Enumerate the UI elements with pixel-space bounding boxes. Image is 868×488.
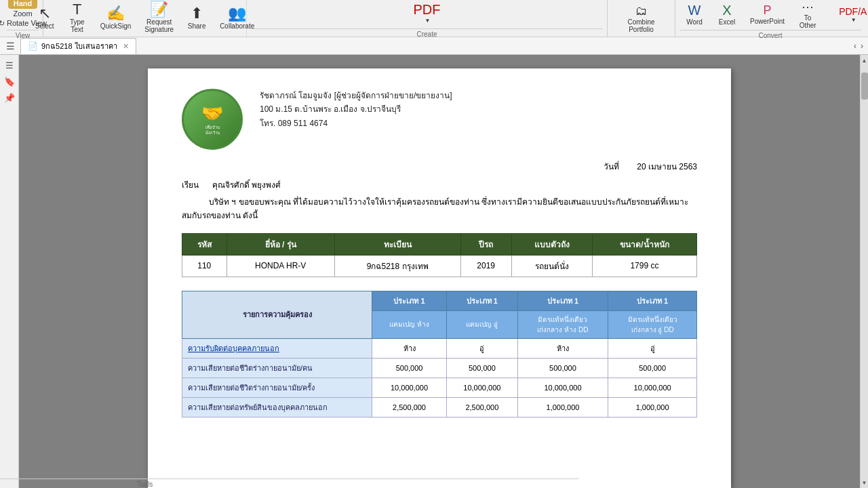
share-button[interactable]: ⬆ Share: [182, 3, 212, 31]
word-label: Word: [686, 18, 703, 26]
panel-icon-3[interactable]: 📌: [2, 90, 17, 105]
col-code: รหัส: [182, 233, 227, 255]
company-logo: 🤝 เพื่อบ้านมั่งกว้าน: [182, 89, 243, 150]
date-label: วันที่: [604, 162, 619, 171]
coverage-value-3-3: 1,000,000: [608, 397, 697, 417]
other-icon: ⋯: [802, 0, 814, 14]
vehicle-size: 1799 cc: [592, 255, 696, 277]
tabbar: ☰ 📄 9กฉ5218 ใบเสนอราคา ✕ ‹ ›: [0, 37, 868, 55]
coverage-value-2-0: 10,000,000: [372, 378, 447, 397]
vehicle-code: 110: [182, 255, 227, 277]
sub-header-1: แคมเปญ ห้าง: [372, 310, 447, 338]
col-brand: ยี่ห้อ / รุ่น: [226, 233, 334, 255]
to-powerpoint-button[interactable]: P PowerPoint: [745, 0, 790, 28]
combine-portfolio-button[interactable]: 🗂 Combine Portfolio: [612, 4, 671, 33]
coverage-label-0[interactable]: ความรับผิดต่อบุคคลภายนอก: [182, 338, 372, 358]
tab-next[interactable]: ›: [859, 41, 865, 51]
rotate-icon: ↻: [0, 19, 5, 28]
pdf-arrow: ▼: [425, 18, 431, 24]
col-size: ขนาด/น้ำหนัก: [592, 233, 696, 255]
coverage-label-2: ความเสียหายต่อชีวิตร่างกายอนามัย/ครั้ง: [182, 378, 372, 397]
pdf-icon: PDF: [414, 2, 441, 18]
toolbar: Hand Zoom ↻ Rotate View View ↖ Select T …: [0, 0, 868, 37]
pdf-button[interactable]: PDF ▼: [408, 0, 446, 27]
quicksign-button[interactable]: ✍ QuickSign: [95, 3, 137, 31]
coverage-row-3: ความเสียหายต่อทรัพย์สินของบุคคลภายนอก2,5…: [182, 397, 697, 417]
word-icon: W: [688, 3, 701, 18]
company-address: 100 ม.15 ต.บ้านพระ อ.เมือง จ.ปราจีนบุรี: [260, 102, 452, 116]
to-excel-button[interactable]: X Excel: [712, 0, 742, 28]
right-scrollbar[interactable]: ▲ ▼: [860, 55, 868, 488]
vehicle-year: 2019: [460, 255, 511, 277]
request-signature-button[interactable]: 📝 Request Signature: [139, 3, 179, 31]
share-icon: ⬆: [191, 5, 203, 22]
create-section-label: Create: [251, 28, 603, 38]
tools-section-label: Tools: [0, 479, 579, 488]
sidebar-toggle[interactable]: ☰: [3, 39, 18, 54]
company-phone: โทร. 089 511 4674: [260, 117, 452, 130]
type-icon: T: [73, 1, 81, 18]
document-area[interactable]: 🤝 เพื่อบ้านมั่งกว้าน รัชดาภรณ์ โฮมจูมจัง…: [19, 55, 860, 488]
date-value: 20 เมษายน 2563: [637, 162, 697, 171]
ppt-icon: P: [764, 3, 772, 18]
convert-section-label: Convert: [679, 30, 861, 39]
panel-icon-1[interactable]: ☰: [2, 58, 17, 73]
recipient-prefix: เรียน: [182, 180, 199, 190]
document-tab[interactable]: 📄 9กฉ5218 ใบเสนอราคา ✕: [20, 38, 136, 54]
type-text-button[interactable]: T Type Text: [62, 3, 92, 31]
scroll-thumb[interactable]: [861, 73, 868, 100]
coverage-value-0-3: อู่: [608, 338, 697, 358]
vehicle-brand: HONDA HR-V: [226, 255, 334, 277]
select-button[interactable]: ↖ Select: [30, 3, 60, 31]
pdfa-arrow: ▼: [851, 17, 856, 23]
tabbar-end: ‹ ›: [852, 41, 868, 51]
excel-label: Excel: [719, 18, 735, 26]
coverage-value-3-1: 2,500,000: [447, 397, 518, 417]
ppt-label: PowerPoint: [750, 18, 785, 25]
tab-title: 9กฉ5218 ใบเสนอราคา: [41, 40, 117, 52]
vehicle-table: รหัส ยี่ห้อ / รุ่น ทะเบียน ปีรถ แบบตัวถั…: [182, 233, 697, 277]
panel-icon-2[interactable]: 🔖: [2, 74, 17, 89]
select-icon: ↖: [39, 5, 51, 22]
col-plate: ทะเบียน: [334, 233, 460, 255]
coverage-value-0-2: ห้าง: [517, 338, 608, 358]
type-header-3: ประเภท 1: [517, 291, 608, 310]
excel-icon: X: [722, 3, 731, 18]
doc-header: 🤝 เพื่อบ้านมั่งกว้าน รัชดาภรณ์ โฮมจูมจัง…: [182, 89, 697, 150]
coverage-value-2-3: 10,000,000: [608, 378, 697, 397]
scroll-up[interactable]: ▲: [861, 55, 868, 66]
type-label2: Text: [71, 26, 83, 33]
coverage-value-1-3: 500,000: [608, 358, 697, 378]
to-word-button[interactable]: W Word: [679, 0, 709, 28]
coverage-label-1: ความเสียหายต่อชีวิตร่างกายอนามัย/คน: [182, 358, 372, 378]
pdfa-icon: PDF/A: [839, 6, 867, 17]
other-label2: Other: [800, 22, 816, 29]
recipient-line: เรียน คุณจิรศักดิ์ พยุงพงศ์: [182, 178, 697, 191]
tab-prev[interactable]: ‹: [852, 41, 859, 51]
sub-header-4: มิตรแท้หนึ่งเดียว เก่งกลาง อู่ DD: [608, 310, 697, 338]
coverage-value-3-0: 2,500,000: [372, 397, 447, 417]
coverage-value-1-0: 500,000: [372, 358, 447, 378]
to-other-button[interactable]: ⋯ To Other: [793, 0, 823, 28]
coverage-value-2-2: 10,000,000: [517, 378, 608, 397]
vehicle-plate: 9กฉ5218 กรุงเทพ: [334, 255, 460, 277]
to-pdfa-button[interactable]: PDF/A ▼: [833, 0, 868, 28]
col-body: แบบตัวถัง: [511, 233, 592, 255]
request-sign-label2: Signature: [144, 26, 174, 33]
coverage-value-1-2: 500,000: [517, 358, 608, 378]
coverage-row-1: ความเสียหายต่อชีวิตร่างกายอนามัย/คน500,0…: [182, 358, 697, 378]
select-label: Select: [35, 22, 54, 30]
sub-header-2: แคมเปญ อู่: [447, 310, 518, 338]
coverage-row-0: ความรับผิดต่อบุคคลภายนอกห้างอู่ห้างอู่: [182, 338, 697, 358]
tab-close[interactable]: ✕: [123, 42, 129, 51]
coverage-value-0-1: อู่: [447, 338, 518, 358]
type-header-2: ประเภท 1: [447, 291, 518, 310]
scroll-down[interactable]: ▼: [861, 477, 868, 488]
type-header-4: ประเภท 1: [608, 291, 697, 310]
company-info: รัชดาภรณ์ โฮมจูมจัง [ผู้ช่วยผู้จัดการฝ่า…: [260, 89, 452, 130]
scroll-track[interactable]: [861, 66, 868, 477]
coverage-section-header: รายการความคุ้มครอง: [182, 291, 372, 338]
quicksign-icon: ✍: [106, 5, 125, 22]
col-year: ปีรถ: [460, 233, 511, 255]
tab-icon: 📄: [28, 41, 38, 51]
